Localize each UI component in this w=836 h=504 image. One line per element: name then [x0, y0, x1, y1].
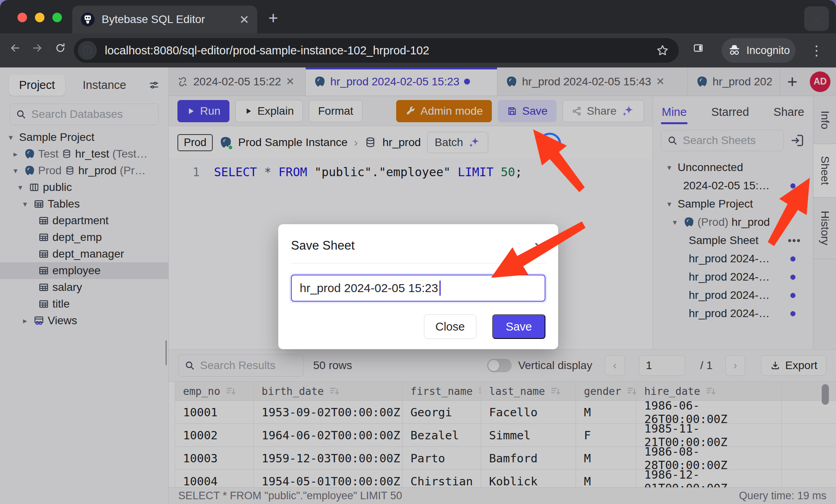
- text-cursor: [439, 281, 441, 296]
- zoom-window-button[interactable]: [52, 13, 62, 22]
- url-bar[interactable]: localhost:8080/sql-editor/prod-sample-in…: [74, 38, 679, 63]
- browser-tab[interactable]: Bytebase SQL Editor ✕: [72, 6, 257, 33]
- close-window-button[interactable]: [17, 13, 27, 22]
- chevron-down-icon: [811, 13, 823, 25]
- dialog-footer: Close Save: [291, 314, 545, 339]
- browser-window: Bytebase SQL Editor ✕ + localhost:8080/s…: [0, 0, 836, 504]
- new-tab-button[interactable]: +: [268, 9, 278, 28]
- bytebase-favicon-icon: [80, 12, 95, 27]
- dialog-title: Save Sheet: [291, 224, 545, 253]
- save-sheet-dialog: Save Sheet ✕ hr_prod 2024-02-05 15:23 Cl…: [278, 224, 558, 349]
- dialog-close-button[interactable]: Close: [424, 314, 476, 339]
- browser-navbar: localhost:8080/sql-editor/prod-sample-in…: [0, 33, 836, 67]
- incognito-label: Incognito: [746, 44, 790, 57]
- browser-menu-icon[interactable]: ⋮: [810, 43, 823, 58]
- site-info-icon[interactable]: [78, 41, 97, 60]
- reload-icon[interactable]: [55, 42, 66, 54]
- side-panel-icon[interactable]: [693, 42, 704, 54]
- tab-search-button[interactable]: [804, 6, 829, 31]
- incognito-badge: Incognito: [722, 38, 796, 63]
- titlebar: Bytebase SQL Editor ✕ +: [0, 0, 836, 33]
- forward-icon[interactable]: [32, 42, 43, 54]
- minimize-window-button[interactable]: [35, 13, 44, 22]
- back-icon[interactable]: [10, 42, 21, 54]
- sheet-name-input[interactable]: hr_prod 2024-02-05 15:23: [291, 275, 545, 302]
- screen: Bytebase SQL Editor ✕ + localhost:8080/s…: [0, 0, 836, 504]
- dialog-divider: [291, 263, 545, 264]
- incognito-spy-icon: [727, 43, 742, 58]
- dialog-close-icon[interactable]: ✕: [534, 240, 545, 254]
- url-text: localhost:8080/sql-editor/prod-sample-in…: [105, 44, 656, 57]
- sheet-name-value: hr_prod 2024-02-05 15:23: [300, 281, 438, 295]
- bookmark-star-icon[interactable]: [656, 44, 669, 57]
- browser-tab-title: Bytebase SQL Editor: [102, 13, 233, 26]
- close-tab-icon[interactable]: ✕: [239, 13, 249, 27]
- dialog-save-button[interactable]: Save: [492, 314, 545, 339]
- browser-chrome: Bytebase SQL Editor ✕ + localhost:8080/s…: [0, 0, 836, 67]
- info-circle-icon: [81, 44, 93, 56]
